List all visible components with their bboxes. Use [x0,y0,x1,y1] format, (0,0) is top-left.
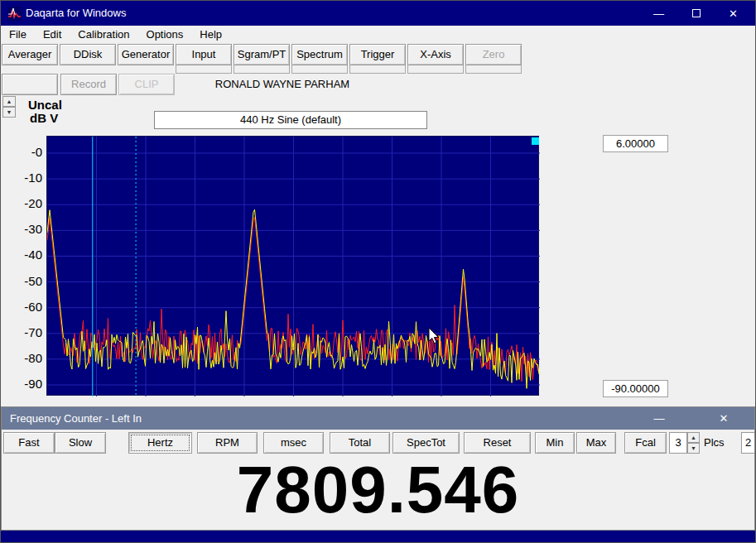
y-axis-label: -0 [14,145,42,160]
fast-button[interactable]: Fast [3,432,55,454]
blank-button[interactable] [2,74,58,95]
title-bar[interactable]: Daqarta for Windows — ✕ [1,1,755,26]
menu-bar: File Edit Calibration Options Help [1,26,755,44]
mouse-cursor [428,327,441,345]
uncal-label: Uncal [28,98,62,112]
frequency-counter-title: Frequency Counter - Left In [10,407,142,430]
fcal-button[interactable]: Fcal [624,432,667,454]
y-axis-label: -10 [14,171,42,185]
toolbar-strip [291,65,348,74]
y-axis-label: -30 [14,222,42,237]
axis-unit-label: dB V [30,111,58,125]
spin-down-button[interactable]: ▼ [687,443,700,454]
maximize-button[interactable] [677,1,715,26]
spin-down-button[interactable]: ▼ [2,107,16,118]
toolbar: Averager DDisk Generator Input Sgram/PT … [2,44,522,65]
zero-button[interactable]: Zero [465,44,522,65]
hertz-button[interactable]: Hertz [128,432,192,454]
spectrum-traces [47,137,540,396]
generator-button[interactable]: Generator [118,44,174,65]
window-title: Daqarta for Windows [26,1,126,26]
averager-button[interactable]: Averager [2,44,58,65]
spin-up-button[interactable]: ▲ [687,432,700,443]
y-axis-label: -50 [14,274,42,289]
spectrum-button[interactable]: Spectrum [291,44,348,65]
app-icon [7,7,22,21]
clip-indicator: CLIP [118,74,175,95]
menu-file[interactable]: File [1,26,35,44]
menu-options[interactable]: Options [138,26,192,44]
close-button[interactable]: ✕ [715,1,752,26]
msec-button[interactable]: msec [263,432,324,454]
generator-title-field[interactable]: 440 Hz Sine (default) [154,111,427,129]
daqarta-window: Daqarta for Windows — ✕ File Edit Calibr… [0,0,756,543]
rpm-button[interactable]: RPM [197,432,258,454]
max-button[interactable]: Max [576,432,616,454]
slow-button[interactable]: Slow [55,432,106,454]
y-min-field[interactable]: -90.00000 [603,380,668,397]
toolbar-strip [465,65,522,74]
y-axis-label: -70 [14,325,42,340]
y-axis-spinner: ▲ ▼ [2,96,16,118]
minimize-button[interactable]: — [640,1,677,26]
places-spinner: ▲ ▼ [687,432,700,454]
maximize-icon [692,9,701,17]
minimize-button[interactable]: — [647,407,672,430]
sgram-pt-button[interactable]: Sgram/PT [234,44,290,65]
y-axis-label: -90 [14,377,42,392]
reset-button[interactable]: Reset [464,432,531,454]
frequency-counter-title-bar[interactable]: Frequency Counter - Left In — ✕ [2,407,754,430]
total-button[interactable]: Total [330,432,390,454]
places-value-field[interactable]: 3 [669,432,687,454]
toolbar-strip [349,65,406,74]
toolbar-strip [234,65,290,74]
y-max-field[interactable]: 6.00000 [603,135,668,152]
spin-up-button[interactable]: ▲ [2,96,16,107]
spectrum-plot[interactable] [46,136,539,396]
y-axis-label: -20 [14,196,42,211]
y-axis-label: -60 [14,300,42,315]
menu-help[interactable]: Help [191,26,230,44]
frequency-reading: 7809.546 [2,455,754,525]
close-button[interactable]: ✕ [711,407,736,430]
spectot-button[interactable]: SpecTot [392,432,460,454]
places-label: Plcs [704,436,725,449]
y-axis-label: -80 [14,351,42,366]
registered-user-name: RONALD WAYNE PARHAM [183,74,382,95]
y-axis-label: -40 [14,247,42,262]
ddisk-button[interactable]: DDisk [60,44,116,65]
min-button[interactable]: Min [535,432,575,454]
record-button[interactable]: Record [60,74,117,95]
toolbar-strip [176,65,232,74]
toolbar-strip [407,65,464,74]
input-button[interactable]: Input [176,44,232,65]
toolbar-strips [176,65,522,74]
menu-calibration[interactable]: Calibration [70,26,137,44]
x-axis-button[interactable]: X-Axis [407,44,464,65]
menu-edit[interactable]: Edit [35,26,70,44]
trigger-button[interactable]: Trigger [349,44,406,65]
frequency-counter-window: Frequency Counter - Left In — ✕ Fast Slo… [1,406,755,531]
clipped-value-field[interactable]: 2 [741,432,755,454]
docked-window-title-strip[interactable] [1,531,755,543]
